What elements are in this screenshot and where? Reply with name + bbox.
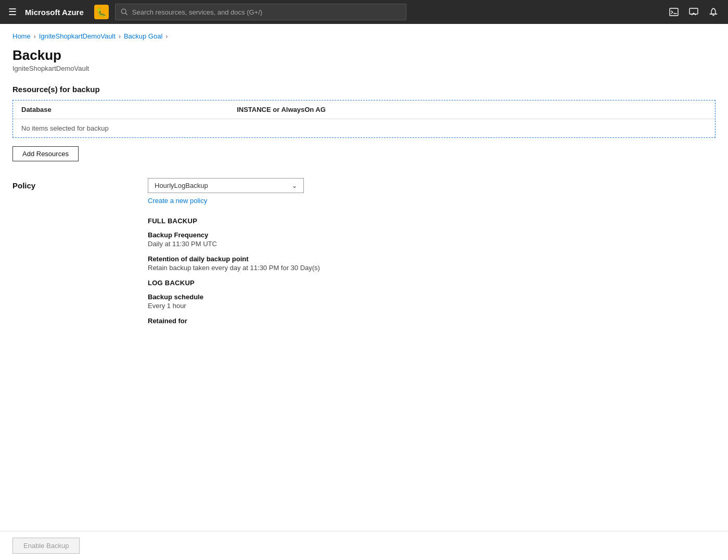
breadcrumb-sep-1: › <box>34 33 36 40</box>
bottom-bar: Enable Backup <box>0 531 728 560</box>
retention-label: Retention of daily backup point <box>148 255 716 263</box>
policy-controls: HourlyLogBackup ⌄ Create a new policy <box>148 178 716 205</box>
policy-label: Policy <box>12 178 148 190</box>
breadcrumb-sep-2: › <box>119 33 121 40</box>
table-row-empty: No items selected for backup <box>13 119 715 138</box>
policy-selected-value: HourlyLogBackup <box>155 182 208 189</box>
feedback-icon[interactable] <box>685 4 702 20</box>
backup-frequency-label: Backup Frequency <box>148 231 716 239</box>
bug-icon: 🐛 <box>94 5 109 19</box>
bug-emoji: 🐛 <box>96 7 107 17</box>
topbar-icon-group <box>666 4 722 20</box>
retained-for-item: Retained for <box>148 317 716 325</box>
create-policy-link[interactable]: Create a new policy <box>148 197 207 205</box>
app-title: Microsoft Azure <box>25 8 84 17</box>
page-title: Backup <box>12 47 716 63</box>
backup-frequency-value: Daily at 11:30 PM UTC <box>148 240 716 248</box>
backup-schedule-label: Backup schedule <box>148 293 716 301</box>
resources-table: Database INSTANCE or AlwaysOn AG No item… <box>13 100 715 137</box>
topbar: ☰ Microsoft Azure 🐛 <box>0 0 728 24</box>
breadcrumb: Home › IgniteShopkartDemoVault › Backup … <box>12 32 716 40</box>
retention-value: Retain backup taken every day at 11:30 P… <box>148 264 716 272</box>
page-subtitle: IgniteShopkartDemoVault <box>12 65 716 72</box>
col-database: Database <box>13 100 228 119</box>
policy-section: Policy HourlyLogBackup ⌄ Create a new po… <box>12 178 716 205</box>
col-instance: INSTANCE or AlwaysOn AG <box>228 100 715 119</box>
policy-dropdown[interactable]: HourlyLogBackup ⌄ <box>148 178 304 193</box>
svg-rect-2 <box>670 8 678 16</box>
svg-line-1 <box>125 13 127 15</box>
resources-table-container: Database INSTANCE or AlwaysOn AG No item… <box>12 100 716 138</box>
backup-schedule-value: Every 1 hour <box>148 302 716 310</box>
search-icon <box>121 8 128 16</box>
breadcrumb-sep-3: › <box>165 33 168 40</box>
resources-section-title: Resource(s) for backup <box>12 85 716 94</box>
backup-details: FULL BACKUP Backup Frequency Daily at 11… <box>12 217 716 325</box>
breadcrumb-vault[interactable]: IgniteShopkartDemoVault <box>39 32 116 40</box>
chevron-down-icon: ⌄ <box>292 182 297 189</box>
backup-schedule-item: Backup schedule Every 1 hour <box>148 293 716 310</box>
enable-backup-button[interactable]: Enable Backup <box>12 538 80 554</box>
breadcrumb-home[interactable]: Home <box>12 32 31 40</box>
main-wrapper: Home › IgniteShopkartDemoVault › Backup … <box>0 24 728 560</box>
empty-message: No items selected for backup <box>13 119 715 138</box>
retained-for-label: Retained for <box>148 317 716 325</box>
search-input[interactable] <box>132 8 401 16</box>
notification-icon[interactable] <box>705 4 722 20</box>
hamburger-icon[interactable]: ☰ <box>6 4 19 20</box>
content-area: Home › IgniteShopkartDemoVault › Backup … <box>0 24 728 531</box>
backup-frequency-item: Backup Frequency Daily at 11:30 PM UTC <box>148 231 716 248</box>
add-resources-button[interactable]: Add Resources <box>12 146 79 161</box>
full-backup-heading: FULL BACKUP <box>148 217 716 225</box>
breadcrumb-backup-goal[interactable]: Backup Goal <box>124 32 162 40</box>
terminal-icon[interactable] <box>666 4 682 20</box>
search-bar[interactable] <box>115 4 406 20</box>
log-backup-heading: LOG BACKUP <box>148 279 716 287</box>
retention-item: Retention of daily backup point Retain b… <box>148 255 716 272</box>
